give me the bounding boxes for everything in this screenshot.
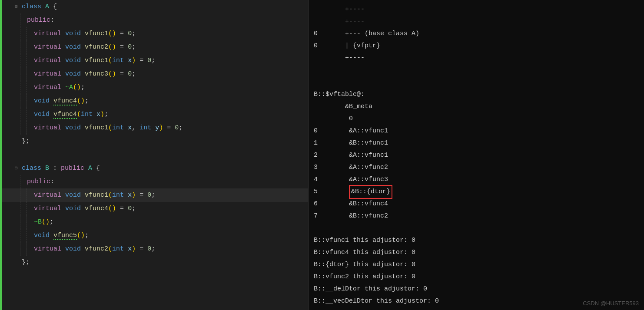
output-line-vf1: 1 &B::vfunc1 — [314, 137, 639, 149]
output-line-1: +---- — [314, 16, 639, 28]
output-line-vf0: 0 &A::vfunc1 — [314, 125, 639, 137]
code-line-6: virtual void vfunc3() = 0; — [0, 67, 308, 81]
code-line-14: public: — [0, 175, 308, 188]
output-line-2: 0 +--- (base class A) — [314, 28, 639, 40]
output-line-blank1 — [314, 64, 639, 76]
output-line-meta: &B_meta — [314, 101, 639, 113]
output-panel: +---- +---- 0 +--- (base class A) 0 | {v… — [309, 0, 644, 310]
accent-bar — [0, 0, 2, 310]
fold-icon-1[interactable]: ⊟ — [12, 0, 20, 13]
code-line-13: ⊟ class B : public A { — [0, 162, 308, 175]
code-line-5: virtual void vfunc1(int x) = 0; — [0, 54, 308, 67]
code-line-12 — [0, 148, 308, 162]
red-box-dtor: &B::{dtor} — [349, 185, 392, 199]
code-line-19: virtual void vfunc2(int x) = 0; — [0, 242, 308, 256]
output-line-adj1: B::vfunc1 this adjustor: 0 — [314, 234, 639, 247]
output-line-adj5: B::__delDtor this adjustor: 0 — [314, 283, 639, 295]
output-line-zero: 0 — [314, 113, 639, 125]
output-line-adj4: B::vfunc2 this adjustor: 0 — [314, 271, 639, 283]
output-line-vf2: 2 &A::vfunc1 — [314, 149, 639, 162]
code-line-20: }; — [0, 256, 308, 269]
output-line-vf6: 6 &B::vfunc4 — [314, 198, 639, 210]
code-line-9: void vfunc4(int x); — [0, 108, 308, 121]
code-line-1: ⊟ class A { — [0, 0, 308, 13]
watermark: CSDN @HUSTER593 — [583, 300, 639, 307]
output-line-vf7: 7 &B::vfunc2 — [314, 210, 639, 222]
code-line-2: public: — [0, 13, 308, 27]
output-line-adj3: B::{dtor} this adjustor: 0 — [314, 259, 639, 271]
code-line-8: void vfunc4(); — [0, 94, 308, 108]
output-line-adj2: B::vfunc4 this adjustor: 0 — [314, 247, 639, 259]
code-line-16: virtual void vfunc4() = 0; — [0, 202, 308, 215]
code-line-3: virtual void vfunc1() = 0; — [0, 27, 308, 40]
code-editor-left: ⊟ class A { public: virtual void vfunc1(… — [0, 0, 309, 310]
code-line-10: virtual void vfunc1(int x, int y) = 0; — [0, 121, 308, 135]
code-line-7: virtual ~A(); — [0, 81, 308, 94]
code-line-15: virtual void vfunc1(int x) = 0; — [0, 188, 308, 202]
code-line-4: virtual void vfunc2() = 0; — [0, 40, 308, 54]
output-line-vf5: 5 &B::{dtor} — [314, 186, 639, 198]
output-line-vftable: B::$vftable@: — [314, 89, 639, 101]
output-line-blank3 — [314, 222, 639, 234]
output-line-vf4: 4 &A::vfunc3 — [314, 174, 639, 186]
output-line-vf3: 3 &A::vfunc2 — [314, 162, 639, 174]
fold-icon-13[interactable]: ⊟ — [12, 162, 20, 175]
output-line-class-b-size: +---- — [314, 3, 639, 16]
code-line-18: void vfunc5(); — [0, 229, 308, 242]
output-line-4: +---- — [314, 52, 639, 64]
code-line-11: }; — [0, 135, 308, 148]
output-line-msvc: Microsoft (R) Incremental Linker Version… — [314, 307, 639, 310]
code-line-17: ~B(); — [0, 215, 308, 229]
output-line-3: 0 | {vfptr} — [314, 40, 639, 52]
output-line-blank2 — [314, 76, 639, 89]
